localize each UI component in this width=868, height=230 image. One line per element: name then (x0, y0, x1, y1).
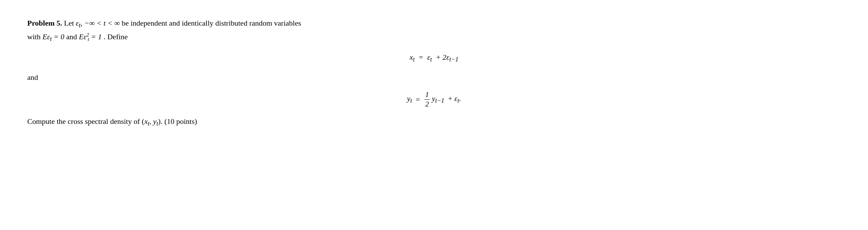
yt-minus1-sub: t−1 (435, 98, 444, 104)
sub-t2: t (88, 36, 89, 42)
compute-line: Compute the cross spectral density of (x… (27, 117, 197, 126)
yt-minus1: yt−1 (432, 92, 444, 106)
epsilon-t-sub: t (430, 56, 432, 63)
equation2: yt = 1 2 yt−1 + εt. (407, 90, 461, 109)
page-container: Problem 5. Let εt, −∞ < t < ∞ be indepen… (0, 0, 868, 146)
expectation-condition2: Eε2t = 1 (79, 32, 102, 41)
define-text: . Define (104, 32, 128, 41)
yt-lhs: yt (407, 92, 412, 106)
intro-text: Let (64, 19, 76, 27)
problem-number: Problem 5. (27, 19, 62, 27)
compute-end: ). (10 points) (158, 117, 197, 126)
denominator-2: 2 (424, 100, 430, 109)
with-word: with (27, 32, 43, 41)
yt-sub: t (410, 98, 412, 104)
problem-line1: Problem 5. Let εt, −∞ < t < ∞ be indepen… (27, 19, 301, 27)
and-conditions: and (66, 32, 79, 41)
epsilon-sub-t: t (79, 22, 80, 29)
expectation-condition1: Eεt = 0 (43, 32, 64, 41)
epsilon-t-sub2: t (457, 98, 459, 104)
epsilon-t-minus1-sub: t−1 (449, 56, 458, 63)
xt-sub: t (413, 56, 415, 63)
plus-epsilon: + εt. (446, 92, 461, 106)
eq-sign: = (413, 94, 422, 105)
problem-line2: with Eεt = 0 and Eε2t = 1 . Define (27, 32, 128, 41)
compute-comma: , (149, 117, 153, 126)
variables-desc: be independent and identically distribut… (122, 19, 301, 27)
equation2-block: yt = 1 2 yt−1 + εt. (27, 90, 841, 109)
equation1: xt = εt + 2εt−1 (410, 51, 458, 65)
and-word: and (27, 71, 841, 83)
sub-t1: t (50, 35, 52, 42)
equation1-block: xt = εt + 2εt−1 (27, 51, 841, 65)
compute-xt: xt (144, 117, 149, 126)
problem-text: Problem 5. Let εt, −∞ < t < ∞ be indepen… (27, 17, 841, 129)
numerator-1: 1 (424, 90, 430, 100)
compute-yt: yt (153, 117, 158, 126)
compute-text-start: Compute the cross spectral density of ( (27, 117, 144, 126)
fraction-half: 1 2 (424, 90, 430, 109)
epsilon-t-range: εt, −∞ < t < ∞ (76, 19, 120, 27)
